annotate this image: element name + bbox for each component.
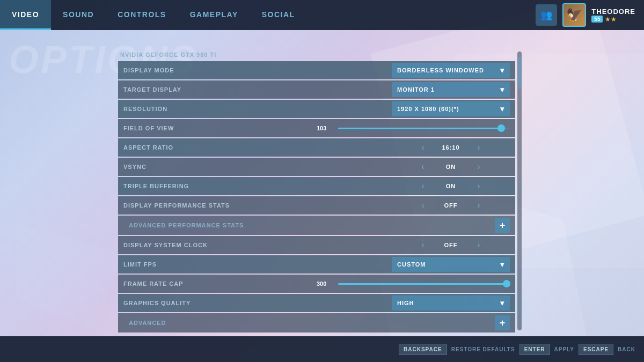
tab-controls[interactable]: CONTROLS <box>106 0 178 30</box>
tab-sound[interactable]: SOUND <box>51 0 106 30</box>
target-display-row: TARGET DISPLAY MONITOR 1 ▾ <box>118 80 515 99</box>
triple-buffering-row: TRIPLE BUFFERING ‹ ON › <box>118 177 515 195</box>
display-perf-row: DISPLAY PERFORMANCE STATS ‹ OFF › <box>118 196 515 215</box>
vsync-left[interactable]: ‹ <box>416 162 429 172</box>
scrollbar-thumb[interactable] <box>518 57 521 89</box>
graphics-quality-dropdown[interactable]: HIGH ▾ <box>392 295 510 311</box>
escape-btn[interactable]: ESCAPE <box>579 344 613 355</box>
frame-rate-cap-slider-fill <box>338 283 507 285</box>
display-perf-stepper: ‹ OFF › <box>392 201 510 210</box>
display-mode-arrow: ▾ <box>500 66 504 75</box>
triple-buffering-right[interactable]: › <box>472 181 485 191</box>
triple-buffering-label: TRIPLE BUFFERING <box>123 183 392 189</box>
enter-key[interactable]: ENTER <box>519 344 550 355</box>
tab-social[interactable]: SOCIAL <box>250 0 307 30</box>
bottom-bar: BACKSPACE RESTORE DEFAULTS ENTER APPLY E… <box>0 336 644 362</box>
username: THEODORE <box>591 8 635 16</box>
advanced-perf-plus-btn[interactable]: + <box>495 218 510 233</box>
limit-fps-row: LIMIT FPS CUSTOM ▾ <box>118 255 515 274</box>
advanced-graphics-row: ADVANCED + <box>118 313 515 333</box>
aspect-ratio-value: 16:10 <box>429 144 472 151</box>
frame-rate-cap-slider-track[interactable] <box>338 283 510 285</box>
scrollbar[interactable] <box>517 51 522 330</box>
resolution-dropdown[interactable]: 1920 X 1080 (60)(*) ▾ <box>392 101 510 116</box>
back-label: BACK <box>618 346 635 352</box>
backspace-key[interactable]: BACKSPACE <box>399 344 447 355</box>
resolution-arrow: ▾ <box>500 105 504 113</box>
tab-video[interactable]: VIDEO <box>0 0 51 30</box>
aspect-ratio-left[interactable]: ‹ <box>416 143 429 152</box>
aspect-ratio-row: ASPECT RATIO ‹ 16:10 › <box>118 138 515 157</box>
frame-rate-cap-slider-thumb[interactable] <box>503 280 510 287</box>
frame-rate-cap-row: FRAME RATE CAP 300 <box>118 275 515 293</box>
display-sys-clock-stepper: ‹ OFF › <box>392 240 510 250</box>
backspace-btn[interactable]: BACKSPACE <box>399 344 447 355</box>
spacer <box>118 334 515 336</box>
tab-gameplay[interactable]: GAMEPLAY <box>178 0 250 30</box>
display-sys-clock-left[interactable]: ‹ <box>416 240 429 250</box>
username-block: THEODORE 55 ★★ <box>591 8 635 23</box>
triple-buffering-left[interactable]: ‹ <box>416 181 429 191</box>
display-sys-clock-right[interactable]: › <box>472 240 485 250</box>
graphics-quality-label: GRAPHICS QUALITY <box>123 300 392 306</box>
people-icon: 👥 <box>540 9 552 21</box>
display-perf-value: OFF <box>429 202 472 209</box>
fov-row: FIELD OF VIEW 103 <box>118 119 515 137</box>
main-content: NVIDIA GEFORCE GTX 980 TI DISPLAY MODE B… <box>0 30 644 336</box>
triple-buffering-stepper: ‹ ON › <box>392 181 510 191</box>
target-display-label: TARGET DISPLAY <box>123 86 392 93</box>
target-display-arrow: ▾ <box>500 85 504 94</box>
apply-btn[interactable]: APPLY <box>554 346 574 352</box>
user-level: 55 ★★ <box>591 16 617 23</box>
enter-btn[interactable]: ENTER <box>519 344 550 355</box>
graphics-quality-row: GRAPHICS QUALITY HIGH ▾ <box>118 294 515 312</box>
fov-slider-track[interactable] <box>338 128 510 129</box>
escape-key[interactable]: ESCAPE <box>579 344 613 355</box>
limit-fps-value: CUSTOM <box>397 261 496 268</box>
settings-list: DISPLAY MODE BORDERLESS WINDOWED ▾ TARGE… <box>118 61 515 336</box>
people-icon-btn[interactable]: 👥 <box>536 4 557 26</box>
triple-buffering-value: ON <box>429 183 472 189</box>
nav-tabs: VIDEO SOUND CONTROLS GAMEPLAY SOCIAL <box>0 0 307 30</box>
resolution-value: 1920 X 1080 (60)(*) <box>397 106 496 112</box>
target-display-dropdown[interactable]: MONITOR 1 ▾ <box>392 82 510 97</box>
limit-fps-label: LIMIT FPS <box>123 261 392 268</box>
fov-slider-fill <box>338 128 501 129</box>
aspect-ratio-label: ASPECT RATIO <box>123 144 392 151</box>
resolution-row: RESOLUTION 1920 X 1080 (60)(*) ▾ <box>118 100 515 118</box>
restore-defaults-label: RESTORE DEFAULTS <box>451 346 515 352</box>
fov-value: 103 <box>317 125 333 131</box>
display-perf-right[interactable]: › <box>472 201 485 210</box>
limit-fps-dropdown[interactable]: CUSTOM ▾ <box>392 257 510 272</box>
fov-slider-container: 103 <box>317 125 510 131</box>
settings-panel: NVIDIA GEFORCE GTX 980 TI DISPLAY MODE B… <box>118 51 515 336</box>
fov-label: FIELD OF VIEW <box>123 125 317 131</box>
advanced-graphics-label: ADVANCED <box>129 320 495 326</box>
back-btn[interactable]: BACK <box>618 346 635 352</box>
gpu-label: NVIDIA GEFORCE GTX 980 TI <box>118 51 515 58</box>
graphics-quality-value: HIGH <box>397 300 496 306</box>
frame-rate-cap-label: FRAME RATE CAP <box>123 280 317 287</box>
fov-slider-thumb[interactable] <box>497 124 505 132</box>
frame-rate-cap-slider-container: 300 <box>317 280 510 287</box>
level-badge: 55 <box>591 16 603 23</box>
advanced-perf-row: ADVANCED PERFORMANCE STATS + <box>118 216 515 235</box>
aspect-ratio-right[interactable]: › <box>472 143 485 152</box>
target-display-value: MONITOR 1 <box>397 86 496 93</box>
restore-defaults-btn[interactable]: RESTORE DEFAULTS <box>451 346 515 352</box>
advanced-perf-label: ADVANCED PERFORMANCE STATS <box>129 222 495 228</box>
vsync-right[interactable]: › <box>472 162 485 172</box>
display-mode-dropdown[interactable]: BORDERLESS WINDOWED ▾ <box>392 63 510 78</box>
display-perf-left[interactable]: ‹ <box>416 201 429 210</box>
graphics-quality-arrow: ▾ <box>500 299 504 307</box>
display-sys-clock-value: OFF <box>429 242 472 248</box>
vsync-value: ON <box>429 164 472 170</box>
vsync-label: VSYNC <box>123 164 392 170</box>
nav-right: 👥 🦅 THEODORE 55 ★★ <box>536 3 644 27</box>
display-mode-row: DISPLAY MODE BORDERLESS WINDOWED ▾ <box>118 61 515 79</box>
apply-label: APPLY <box>554 346 574 352</box>
navbar: VIDEO SOUND CONTROLS GAMEPLAY SOCIAL 👥 🦅… <box>0 0 644 30</box>
display-mode-value: BORDERLESS WINDOWED <box>397 67 496 73</box>
display-perf-label: DISPLAY PERFORMANCE STATS <box>123 202 392 209</box>
advanced-graphics-plus-btn[interactable]: + <box>495 315 510 330</box>
